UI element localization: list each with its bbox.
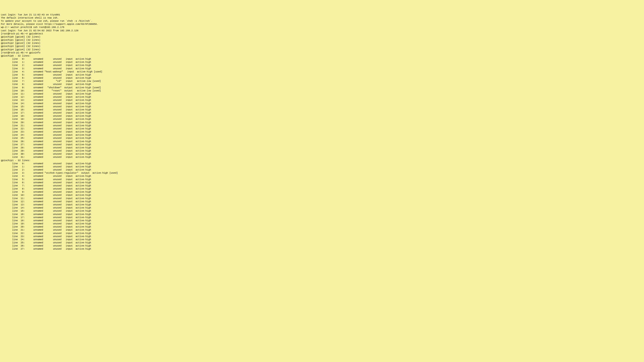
gpio-line: line 17: unnamed unused input active-hig… — [1, 111, 643, 114]
terminal-header-line: Last login: Tue Jun 21 11:02:43 on ttys0… — [1, 13, 643, 16]
gpio-line: line 14: unnamed unused input active-hig… — [1, 206, 643, 209]
terminal-header-line: The default interactive shell is now zsh… — [1, 16, 643, 19]
gpiodetect-line: gpiochip2 [gpio2] (32 lines) — [1, 41, 643, 45]
gpio-line: line 5: unnamed unused input active-high — [1, 73, 643, 76]
gpio-line: line 21: unnamed unused input active-hig… — [1, 228, 643, 232]
gpio-line: line 7: unnamed "cd" input active-low [u… — [1, 79, 643, 83]
gpio-line: line 5: unnamed unused input active-high — [1, 178, 643, 181]
gpio-line: line 0: unnamed unused input active-high — [1, 162, 643, 165]
gpio-line: line 4: unnamed "host-wakeup" input acti… — [1, 70, 643, 73]
gpio-line: line 8: unnamed unused input active-high — [1, 187, 643, 190]
gpio-line: line 24: unnamed unused input active-hig… — [1, 238, 643, 241]
gpio-line: line 1: unnamed unused input active-high — [1, 60, 643, 64]
gpio-line: line 16: unnamed unused input active-hig… — [1, 108, 643, 111]
shell-prompt: [root@rock-pi-4b:~# gpioinfo — [1, 51, 643, 54]
gpiodetect-line: gpiochip4 [gpio4] (32 lines) — [1, 48, 643, 51]
gpio-line: line 26: unnamed unused input active-hig… — [1, 140, 643, 143]
gpio-line: line 10: unnamed "reset" output active-l… — [1, 89, 643, 92]
gpio-line: line 8: unnamed unused input active-high — [1, 83, 643, 86]
gpio-line: line 9: unnamed "shutdown" output active… — [1, 86, 643, 89]
gpio-line: line 15: unnamed unused input active-hig… — [1, 209, 643, 213]
gpio-line: line 19: unnamed unused input active-hig… — [1, 117, 643, 121]
gpio-line: line 6: unnamed unused input active-high — [1, 181, 643, 184]
gpiodetect-line: gpiochip3 [gpio3] (32 lines) — [1, 45, 643, 48]
gpio-line: line 2: unnamed unused input active-high — [1, 168, 643, 171]
terminal-output[interactable]: Last login: Tue Jun 21 11:02:43 on ttys0… — [1, 13, 643, 251]
gpio-line: line 20: unnamed unused input active-hig… — [1, 121, 643, 124]
gpiodetect-line: gpiochip0 [gpio0] (32 lines) — [1, 35, 643, 38]
shell-prompt: [root@rock-pi-4b:~# gpiodetect — [1, 32, 643, 35]
gpio-line: line 12: unnamed unused input active-hig… — [1, 200, 643, 203]
gpio-line: line 28: unnamed unused input active-hig… — [1, 146, 643, 149]
gpio-line: line 25: unnamed unused input active-hig… — [1, 241, 643, 244]
gpio-line: line 25: unnamed unused input active-hig… — [1, 137, 643, 140]
gpio-line: line 13: unnamed unused input active-hig… — [1, 98, 643, 102]
gpio-line: line 27: unnamed unused input active-hig… — [1, 247, 643, 251]
gpio-line: line 12: unnamed unused input active-hig… — [1, 95, 643, 98]
gpio-line: line 17: unnamed unused input active-hig… — [1, 216, 643, 219]
gpio-line: line 20: unnamed unused input active-hig… — [1, 225, 643, 228]
gpio-line: line 19: unnamed unused input active-hig… — [1, 222, 643, 225]
gpio-line: line 7: unnamed unused input active-high — [1, 184, 643, 187]
gpio-line: line 21: unnamed unused input active-hig… — [1, 124, 643, 127]
gpio-line: line 14: unnamed unused input active-hig… — [1, 102, 643, 105]
gpio-line: line 15: unnamed unused input active-hig… — [1, 105, 643, 108]
gpio-line: line 10: unnamed unused input active-hig… — [1, 194, 643, 197]
gpio-line: line 30: unnamed unused input active-hig… — [1, 152, 643, 156]
gpio-line: line 22: unnamed unused input active-hig… — [1, 232, 643, 235]
gpio-line: line 26: unnamed unused input active-hig… — [1, 244, 643, 247]
gpio-line: line 13: unnamed unused input active-hig… — [1, 203, 643, 206]
gpiochip-header: gpiochip0 - 32 lines: — [1, 54, 643, 57]
gpio-line: line 22: unnamed unused input active-hig… — [1, 127, 643, 130]
gpio-line: line 3: unnamed "vcc5v0-typec-regulator"… — [1, 171, 643, 175]
gpio-line: line 27: unnamed unused input active-hig… — [1, 143, 643, 146]
gpio-line: line 1: unnamed unused input active-high — [1, 165, 643, 168]
gpio-line: line 29: unnamed unused input active-hig… — [1, 149, 643, 152]
gpio-line: line 18: unnamed unused input active-hig… — [1, 219, 643, 222]
gpio-line: line 31: unnamed unused input active-hig… — [1, 156, 643, 159]
gpio-line: line 2: unnamed unused input active-high — [1, 64, 643, 67]
gpiodetect-line: gpiochip1 [gpio1] (32 lines) — [1, 38, 643, 41]
terminal-header-line: To update your account to use zsh, pleas… — [1, 19, 643, 22]
terminal-header-line: Last login: Tue Jun 21 02:54:02 2022 fro… — [1, 29, 643, 32]
gpio-line: line 23: unnamed unused input active-hig… — [1, 130, 643, 133]
gpiochip-header: gpiochip1 - 32 lines: — [1, 159, 643, 162]
terminal-header-line: For more details, please visit https://s… — [1, 22, 643, 26]
gpio-line: line 4: unnamed unused input active-high — [1, 175, 643, 178]
gpio-line: line 11: unnamed unused input active-hig… — [1, 92, 643, 95]
gpio-line: line 16: unnamed unused input active-hig… — [1, 213, 643, 216]
gpio-line: line 24: unnamed unused input active-hig… — [1, 133, 643, 137]
gpio-line: line 18: unnamed unused input active-hig… — [1, 114, 643, 117]
gpio-line: line 23: unnamed unused input active-hig… — [1, 235, 643, 238]
gpio-line: line 9: unnamed unused input active-high — [1, 190, 643, 194]
gpio-line: line 6: unnamed unused input active-high — [1, 76, 643, 79]
gpio-line: line 11: unnamed unused input active-hig… — [1, 197, 643, 200]
terminal-header-line: wp-2:~ walter.prechtl$ ssh root@192.168.… — [1, 26, 643, 29]
gpio-line: line 0: unnamed unused input active-high — [1, 57, 643, 60]
gpio-line: line 3: unnamed unused input active-high — [1, 67, 643, 70]
